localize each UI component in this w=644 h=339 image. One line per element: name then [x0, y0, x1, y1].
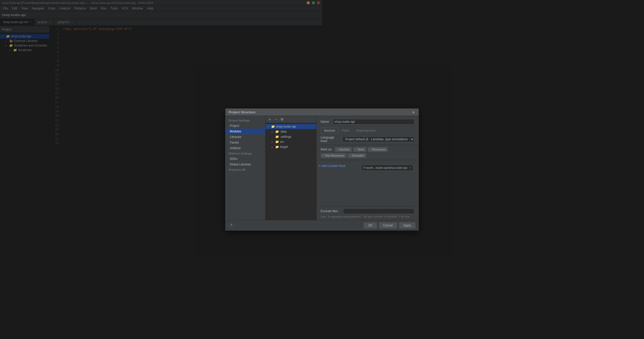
dialog-overlay: Project Structure × Project Settings Pro… [0, 0, 322, 170]
mark-as-row: Mark as: ▪ Sources ▪ Tests ▪ Resources [317, 145, 322, 160]
dialog-right-panel: Name: Sources Paths Dependencies Languag… [317, 116, 322, 170]
dtree-item-target[interactable]: ▸ 📁 target [266, 144, 316, 149]
dtree-label-root: shop-tuoke-api [276, 125, 296, 128]
problems-count: 89 [242, 168, 245, 170]
dtree-folder-open-icon: 📁 [271, 125, 275, 128]
tab-sources[interactable]: Sources [321, 128, 322, 134]
language-level-row: Language level: Project default (8 - Lam… [321, 136, 322, 143]
language-level-label: Language level: [321, 136, 322, 143]
dtree-item-src[interactable]: ▸ 📁 src [266, 139, 316, 144]
nav-item-libraries[interactable]: Libraries [226, 134, 265, 140]
remove-module-button[interactable]: − [274, 117, 278, 122]
copy-module-button[interactable]: ⧉ [280, 117, 284, 122]
dialog-tabs: Sources Paths Dependencies [321, 128, 322, 134]
dialog-title: Project Structure [229, 110, 255, 114]
dialog-middle-panel: + − ⧉ ▾ 📁 shop-tuoke-api ▸ 📁 .idea [266, 116, 317, 170]
nav-item-modules[interactable]: Modules [226, 129, 265, 134]
dialog-middle-toolbar: + − ⧉ [266, 116, 316, 123]
nav-item-global-libs[interactable]: Global Libraries [226, 162, 265, 167]
dialog-file-tree: ▾ 📁 shop-tuoke-api ▸ 📁 .idea 📁 .settings [266, 123, 316, 170]
dtree-folder-src-icon: 📁 [275, 140, 279, 144]
mark-test-resources-button[interactable]: ▪ Test Resources [321, 153, 322, 158]
dtree-label-idea: .idea [280, 130, 287, 133]
dtree-folder-target-icon: 📁 [275, 145, 279, 149]
dtree-folder-idea-icon: 📁 [275, 130, 279, 133]
dtree-chevron-root: ▾ [268, 125, 270, 128]
mark-as-label: Mark as: [321, 148, 322, 151]
nav-item-project[interactable]: Project [226, 123, 265, 129]
dialog-body: Project Settings Project Modules Librari… [226, 116, 322, 170]
content-root-area: + Add Content Root F:\work\...\tuoke-api… [317, 160, 322, 170]
dtree-label-src: src [280, 140, 284, 144]
name-row: Name: [321, 119, 322, 125]
dialog-right-top: Name: Sources Paths Dependencies Languag… [317, 116, 322, 145]
name-label: Name: [321, 120, 322, 124]
dialog-title-bar: Project Structure × [226, 109, 322, 116]
dtree-item-root[interactable]: ▾ 📁 shop-tuoke-api [266, 124, 316, 129]
platform-settings-label: Platform Settings [226, 151, 265, 156]
dtree-item-settings[interactable]: 📁 .settings [266, 134, 316, 139]
project-structure-dialog: Project Structure × Project Settings Pro… [225, 109, 322, 170]
nav-item-facets[interactable]: Facets [226, 140, 265, 145]
add-content-root-button[interactable]: + Add Content Root [319, 164, 322, 168]
dtree-chevron-idea: ▸ [272, 130, 274, 133]
dtree-item-idea[interactable]: ▸ 📁 .idea [266, 129, 316, 134]
dtree-label-settings: .settings [280, 135, 291, 138]
add-module-button[interactable]: + [268, 117, 272, 122]
dtree-chevron-target: ▸ [272, 146, 274, 148]
dtree-label-target: target [280, 145, 288, 149]
nav-item-artifacts[interactable]: Artifacts [226, 145, 265, 151]
dtree-chevron-src: ▸ [272, 141, 274, 143]
project-settings-label: Project Settings [226, 118, 265, 123]
dtree-folder-settings-icon: 📁 [275, 135, 279, 138]
dialog-left-nav: Project Settings Project Modules Librari… [226, 116, 266, 170]
nav-item-sdks[interactable]: SDKs [226, 156, 265, 162]
problems-label: Problems 89 [226, 167, 265, 170]
